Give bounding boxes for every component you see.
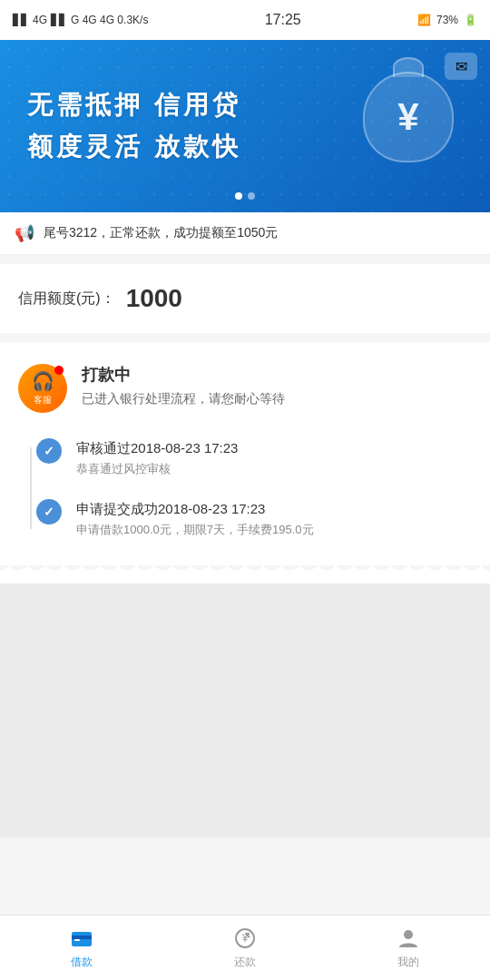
timeline-subtitle-1: 恭喜通过风控审核	[76, 461, 472, 477]
timeline-title-2: 申请提交成功2018-08-23 17:23	[76, 501, 472, 518]
timeline-line	[30, 447, 32, 529]
nav-profile[interactable]: 我的	[327, 926, 490, 970]
announcement-icon: 📢	[15, 223, 34, 243]
bag-shape: ¥	[363, 72, 454, 162]
headset-icon: 🎧	[32, 370, 54, 392]
status-bar: ▋▋ 4G ▋▋ G 4G 4G 0.3K/s 17:25 📶 73% 🔋	[0, 0, 490, 40]
envelope-icon: ✉	[456, 58, 467, 75]
svg-point-5	[404, 930, 413, 939]
notification-bar: 📢 尾号3212，正常还款，成功提额至1050元	[0, 212, 490, 255]
gray-content-area	[0, 583, 490, 838]
yen-icon: ¥	[397, 95, 418, 139]
repay-label: 还款	[234, 955, 256, 970]
signal-icon: ▋▋	[13, 14, 29, 26]
banner-pagination	[235, 192, 255, 200]
timeline-title-1: 审核通过2018-08-23 17:23	[76, 440, 472, 457]
status-title: 打款中	[82, 364, 472, 386]
credit-limit-section: 信用额度(元)： 1000	[0, 264, 490, 333]
cs-label-text: 客服	[34, 394, 52, 407]
notification-text: 尾号3212，正常还款，成功提额至1050元	[44, 225, 278, 241]
status-time: 17:25	[265, 12, 301, 28]
timeline-content-2: 申请提交成功2018-08-23 17:23 申请借款1000.0元，期限7天，…	[76, 499, 472, 538]
current-status-content: 打款中 已进入银行处理流程，请您耐心等待	[82, 364, 472, 407]
timeline-subtitle-2: 申请借款1000.0元，期限7天，手续费195.0元	[76, 522, 472, 538]
borrow-icon	[69, 926, 94, 951]
status-description: 已进入银行处理流程，请您耐心等待	[82, 391, 472, 407]
speed-indicator: G 4G 4G 0.3K/s	[71, 14, 148, 26]
bottom-navigation: 借款 ¥ 还款 我的	[0, 915, 490, 980]
timeline-dot-2: ✓	[36, 499, 62, 524]
signal-icon2: ▋▋	[51, 14, 67, 26]
banner-line1: 无需抵押 信用贷	[27, 88, 241, 122]
promo-banner[interactable]: 无需抵押 信用贷 额度灵活 放款快 ¥ ✉	[0, 40, 490, 212]
timeline-content-1: 审核通过2018-08-23 17:23 恭喜通过风控审核	[76, 438, 472, 477]
message-icon[interactable]: ✉	[445, 53, 477, 80]
customer-service-button[interactable]: 🎧 客服	[18, 364, 67, 413]
status-right: 📶 73% 🔋	[417, 14, 477, 26]
status-left: ▋▋ 4G ▋▋ G 4G 4G 0.3K/s	[13, 14, 148, 26]
timeline-item-1: ✓ 审核通过2018-08-23 17:23 恭喜通过风控审核	[36, 438, 472, 477]
wifi-icon: 📶	[417, 14, 431, 26]
check-icon-2: ✓	[44, 505, 54, 519]
svg-rect-2	[74, 939, 80, 941]
check-icon-1: ✓	[44, 444, 54, 458]
nav-repay[interactable]: ¥ 还款	[163, 926, 327, 970]
dot-1	[235, 192, 242, 200]
nav-borrow[interactable]: 借款	[0, 926, 163, 970]
money-bag-illustration: ¥	[363, 72, 463, 181]
credit-label: 信用额度(元)：	[18, 289, 115, 309]
current-status: 🎧 客服 打款中 已进入银行处理流程，请您耐心等待	[18, 364, 472, 413]
timeline: ✓ 审核通过2018-08-23 17:23 恭喜通过风控审核 ✓ 申请提交成功…	[18, 438, 472, 538]
battery-level: 73%	[436, 14, 458, 26]
tear-separator	[0, 565, 490, 583]
svg-rect-1	[72, 936, 92, 939]
banner-text: 无需抵押 信用贷 额度灵活 放款快	[27, 88, 241, 164]
status-timeline-section: 🎧 客服 打款中 已进入银行处理流程，请您耐心等待 ✓ 审核通过2018-08-…	[0, 342, 490, 565]
profile-icon	[396, 926, 421, 951]
notification-dot	[54, 366, 64, 375]
battery-icon: 🔋	[464, 14, 477, 26]
dot-2	[248, 192, 255, 200]
credit-amount: 1000	[126, 284, 182, 313]
borrow-label: 借款	[71, 955, 93, 970]
repay-icon: ¥	[232, 926, 258, 951]
banner-line2: 额度灵活 放款快	[27, 130, 241, 164]
network-type: 4G	[33, 14, 47, 26]
timeline-dot-1: ✓	[36, 438, 62, 464]
timeline-item-2: ✓ 申请提交成功2018-08-23 17:23 申请借款1000.0元，期限7…	[36, 499, 472, 538]
profile-label: 我的	[397, 955, 419, 970]
